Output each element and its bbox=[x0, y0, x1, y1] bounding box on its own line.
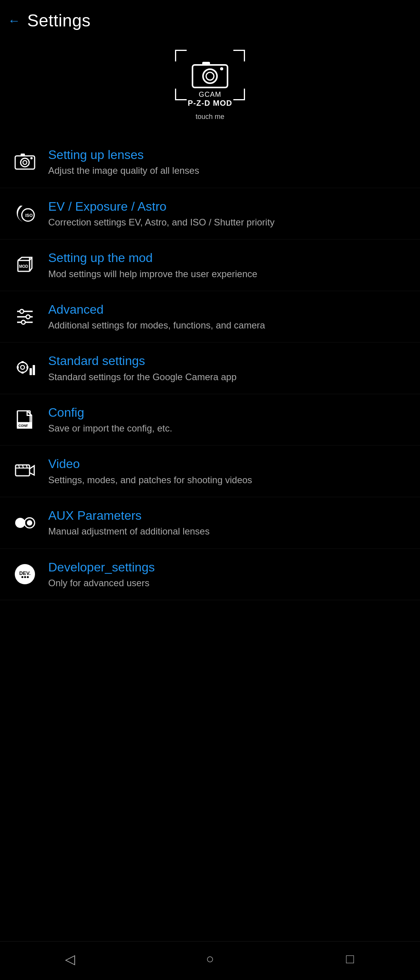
settings-item-config[interactable]: CONF Config Save or import the config, e… bbox=[0, 394, 420, 446]
logo-touch-label: touch me bbox=[196, 113, 224, 121]
settings-item-video[interactable]: Video Settings, modes, and patches for s… bbox=[0, 445, 420, 497]
aux-text: AUX Parameters Manual adjustment of addi… bbox=[48, 508, 409, 538]
svg-point-4 bbox=[220, 67, 223, 70]
corner-tr bbox=[233, 50, 245, 61]
corner-tl bbox=[175, 50, 187, 61]
aux-icon bbox=[9, 512, 40, 534]
page-title: Settings bbox=[27, 11, 91, 30]
settings-item-standard[interactable]: Standard settings Standard settings for … bbox=[0, 342, 420, 394]
settings-item-advanced[interactable]: Advanced Additional settings for modes, … bbox=[0, 291, 420, 343]
logo-section[interactable]: GCAM P-Z-D MOD touch me bbox=[0, 38, 420, 136]
aux-title: AUX Parameters bbox=[48, 508, 409, 523]
svg-rect-24 bbox=[21, 361, 24, 363]
lenses-text: Setting up lenses Adjust the image quali… bbox=[48, 147, 409, 177]
svg-point-6 bbox=[21, 158, 29, 167]
corner-bl bbox=[175, 89, 187, 100]
dev-badge: DEV. bbox=[15, 564, 35, 584]
settings-item-ev[interactable]: ISO EV / Exposure / Astro Correction set… bbox=[0, 188, 420, 240]
logo-wrapper[interactable]: GCAM P-Z-D MOD bbox=[175, 50, 245, 112]
mod-icon: MOD bbox=[9, 254, 40, 276]
svg-rect-3 bbox=[202, 62, 210, 66]
svg-point-23 bbox=[21, 365, 24, 369]
svg-text:ISO: ISO bbox=[25, 213, 33, 218]
developer-text: Developer_settings Only for advanced use… bbox=[48, 560, 409, 589]
video-text: Video Settings, modes, and patches for s… bbox=[48, 456, 409, 486]
svg-rect-27 bbox=[26, 366, 28, 369]
mod-text: Setting up the mod Mod settings will hel… bbox=[48, 250, 409, 280]
svg-point-20 bbox=[26, 315, 30, 319]
advanced-title: Advanced bbox=[48, 302, 409, 317]
back-button[interactable]: ← bbox=[8, 14, 20, 27]
standard-icon bbox=[9, 357, 40, 379]
settings-item-developer[interactable]: DEV. Developer_settings Only for advance… bbox=[0, 549, 420, 601]
developer-subtitle: Only for advanced users bbox=[48, 577, 409, 589]
svg-point-9 bbox=[30, 157, 33, 159]
aux-subtitle: Manual adjustment of additional lenses bbox=[48, 525, 409, 537]
svg-rect-29 bbox=[33, 365, 35, 375]
mod-title: Setting up the mod bbox=[48, 250, 409, 265]
svg-rect-8 bbox=[21, 154, 25, 156]
standard-text: Standard settings Standard settings for … bbox=[48, 353, 409, 383]
svg-rect-25 bbox=[21, 372, 24, 374]
config-title: Config bbox=[48, 405, 409, 420]
svg-point-38 bbox=[15, 518, 25, 528]
config-text: Config Save or import the config, etc. bbox=[48, 405, 409, 435]
svg-point-7 bbox=[23, 161, 27, 164]
svg-point-40 bbox=[27, 520, 32, 526]
lenses-title: Setting up lenses bbox=[48, 147, 409, 162]
svg-text:MOD: MOD bbox=[19, 264, 28, 269]
camera-logo-icon bbox=[191, 58, 229, 89]
ev-icon: ISO bbox=[9, 203, 40, 224]
advanced-text: Advanced Additional settings for modes, … bbox=[48, 302, 409, 332]
nav-back-button[interactable]: ◁ bbox=[54, 947, 86, 971]
settings-item-aux[interactable]: AUX Parameters Manual adjustment of addi… bbox=[0, 497, 420, 549]
logo-gcam-label: GCAM bbox=[199, 91, 221, 99]
ev-subtitle: Correction settings EV, Astro, and ISO /… bbox=[48, 216, 409, 228]
standard-subtitle: Standard settings for the Google Camera … bbox=[48, 371, 409, 383]
standard-title: Standard settings bbox=[48, 353, 409, 368]
config-subtitle: Save or import the config, etc. bbox=[48, 422, 409, 434]
ev-text: EV / Exposure / Astro Correction setting… bbox=[48, 199, 409, 229]
ev-title: EV / Exposure / Astro bbox=[48, 199, 409, 214]
nav-bar: ◁ ○ □ bbox=[0, 941, 420, 980]
advanced-subtitle: Additional settings for modes, functions… bbox=[48, 319, 409, 331]
header: ← Settings bbox=[0, 0, 420, 38]
svg-rect-26 bbox=[17, 366, 19, 369]
advanced-icon bbox=[9, 306, 40, 328]
settings-item-lenses[interactable]: Setting up lenses Adjust the image quali… bbox=[0, 136, 420, 188]
svg-point-21 bbox=[21, 320, 25, 324]
mod-subtitle: Mod settings will help improve the user … bbox=[48, 268, 409, 280]
developer-icon: DEV. bbox=[9, 564, 40, 584]
svg-point-22 bbox=[18, 362, 28, 372]
lenses-icon bbox=[9, 151, 40, 173]
config-icon: CONF bbox=[9, 409, 40, 431]
video-title: Video bbox=[48, 456, 409, 471]
nav-home-button[interactable]: ○ bbox=[194, 947, 226, 971]
svg-point-19 bbox=[20, 309, 24, 313]
nav-recent-button[interactable]: □ bbox=[334, 947, 366, 971]
developer-title: Developer_settings bbox=[48, 560, 409, 575]
video-icon bbox=[9, 460, 40, 482]
lenses-subtitle: Adjust the image quality of all lenses bbox=[48, 164, 409, 176]
settings-item-mod[interactable]: MOD Setting up the mod Mod settings will… bbox=[0, 239, 420, 291]
svg-point-1 bbox=[203, 69, 217, 83]
settings-list: Setting up lenses Adjust the image quali… bbox=[0, 136, 420, 941]
svg-text:CONF: CONF bbox=[19, 424, 28, 428]
video-subtitle: Settings, modes, and patches for shootin… bbox=[48, 474, 409, 486]
corner-br bbox=[233, 89, 245, 100]
svg-rect-28 bbox=[30, 368, 32, 375]
logo-mod-label: P-Z-D MOD bbox=[188, 99, 233, 108]
svg-point-2 bbox=[206, 72, 214, 80]
